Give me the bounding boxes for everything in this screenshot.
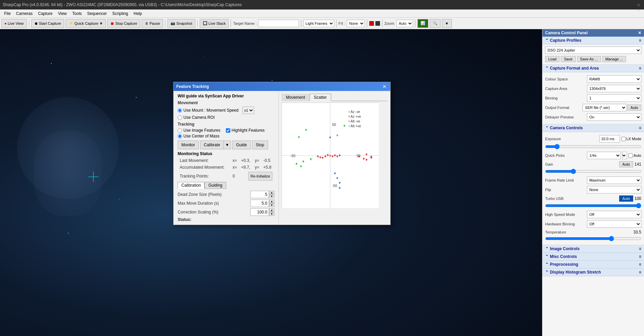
live-stack-button[interactable]: 🔲 Live Stack — [200, 19, 229, 28]
movement-speed-select[interactable]: x1 — [243, 107, 254, 114]
use-image-features-label[interactable]: Use Image Features — [178, 128, 220, 133]
exposure-slider[interactable] — [545, 144, 641, 149]
use-camera-roi-radio[interactable] — [178, 115, 182, 120]
dead-zone-input[interactable] — [250, 191, 269, 198]
snapshot-button[interactable]: 📷 Snapshot — [167, 19, 195, 28]
histogram-button[interactable]: 📊 — [417, 19, 428, 28]
lx-mode-label[interactable]: LX Mode — [621, 137, 641, 141]
light-frames-select[interactable]: Light Frames — [303, 20, 334, 27]
colour-space-select[interactable]: RAW8 — [587, 75, 641, 83]
gain-slider[interactable] — [545, 169, 641, 174]
camera-menu-icon[interactable]: ≡ — [639, 126, 641, 130]
gain-auto-button[interactable]: Auto — [619, 161, 633, 167]
menu-capture[interactable]: Capture — [35, 11, 55, 17]
calibrate-button[interactable]: Calibrate — [200, 141, 223, 149]
qp-auto-checkbox[interactable] — [628, 153, 633, 158]
stop-button[interactable]: Stop — [252, 141, 268, 149]
capture-area-select[interactable]: 1304x976 — [587, 85, 641, 92]
flip-select[interactable]: None — [587, 186, 641, 193]
histogram-menu-icon[interactable]: ≡ — [639, 270, 641, 275]
highlight-features-label[interactable]: Highlight Features — [226, 128, 265, 133]
quick-picks-select[interactable]: 1/4s — [587, 152, 621, 159]
use-camera-roi-label[interactable]: Use Camera ROI — [178, 115, 215, 120]
frame-rate-select[interactable]: Maximum — [587, 176, 641, 184]
preprocessing-title: ⌃ Preprocessing — [545, 262, 578, 267]
preprocessing-section[interactable]: ⌃ Preprocessing ≡ — [542, 261, 644, 268]
binning-select[interactable]: 1 — [587, 94, 641, 102]
movement-tab[interactable]: Movement — [282, 94, 309, 101]
load-profile-button[interactable]: Load — [545, 56, 559, 62]
misc-controls-section[interactable]: ⌃ Misc Controls ≡ — [542, 253, 644, 261]
misc-menu-icon[interactable]: ≡ — [639, 254, 641, 259]
stop-capture-button[interactable]: ⏹ Stop Capture — [107, 19, 140, 28]
max-move-up[interactable]: ▲ — [269, 200, 274, 203]
fx-select[interactable]: None — [347, 20, 365, 27]
dead-zone-down[interactable]: ▼ — [269, 194, 274, 198]
maximize-button[interactable]: □ — [636, 2, 641, 7]
save-as-profile-button[interactable]: Save As ... — [577, 56, 601, 62]
qp-auto-label[interactable]: Auto — [628, 153, 641, 158]
use-mount-radio-label[interactable]: Use Mount : Movement Speed — [178, 108, 238, 113]
max-move-down[interactable]: ▼ — [269, 203, 274, 207]
profile-select[interactable]: DSO 224 Jupiter — [545, 46, 641, 54]
calibration-tab[interactable]: Calibration — [178, 182, 204, 189]
settings-button[interactable]: ▼ — [442, 19, 452, 28]
close-button[interactable]: ✕ — [636, 7, 641, 13]
output-auto-button[interactable]: Auto — [627, 105, 641, 111]
monitor-button[interactable]: Monitor — [178, 141, 199, 149]
output-format-select[interactable]: SER file (*.ser) — [583, 104, 627, 111]
manage-profile-button[interactable]: Manage ... — [602, 56, 626, 62]
max-move-input[interactable] — [250, 200, 269, 207]
turbo-slider[interactable] — [545, 203, 641, 208]
menu-cameras[interactable]: Cameras — [13, 11, 35, 17]
preprocessing-menu-icon[interactable]: ≡ — [639, 262, 641, 267]
guide-button[interactable]: Guide — [232, 141, 251, 149]
scatter-tab[interactable]: Scatter — [309, 94, 331, 101]
menu-help[interactable]: Help — [131, 11, 145, 17]
correction-down[interactable]: ▼ — [269, 212, 274, 216]
zoom-to-fit-button[interactable]: 🔍 — [430, 19, 441, 28]
lx-mode-checkbox[interactable] — [621, 137, 626, 141]
pause-button[interactable]: ⏸ Pause — [142, 19, 163, 28]
svg-text:-50: -50 — [290, 154, 296, 158]
use-center-of-mass-label[interactable]: Use Center of Mass — [178, 134, 219, 138]
capture-format-section[interactable]: ⌃ Capture Format and Area ≡ — [542, 64, 644, 72]
menu-file[interactable]: File — [1, 11, 13, 17]
start-capture-button[interactable]: ⏺ Start Capture — [31, 19, 64, 28]
color-box-2 — [375, 21, 380, 26]
zoom-select[interactable]: Auto — [396, 20, 413, 27]
debayer-select[interactable]: On — [587, 113, 641, 121]
capture-profiles-section[interactable]: ⌃ Capture Profiles ≡ — [542, 37, 644, 44]
camera-controls-section[interactable]: ⌃ Camera Controls ≡ — [542, 124, 644, 132]
quick-picks-arrow[interactable] — [622, 152, 627, 159]
image-menu-icon[interactable]: ≡ — [639, 246, 641, 251]
menu-tools[interactable]: Tools — [70, 11, 85, 17]
re-initialize-button[interactable]: Re-Initialize — [248, 172, 272, 181]
use-image-features-radio[interactable] — [178, 128, 182, 133]
correction-input[interactable] — [250, 208, 269, 216]
profile-menu-icon[interactable]: ≡ — [639, 38, 641, 43]
format-menu-icon[interactable]: ≡ — [639, 66, 641, 71]
correction-up[interactable]: ▲ — [269, 208, 274, 212]
hardware-binning-select[interactable]: Off — [587, 220, 641, 228]
guiding-tab[interactable]: Guiding — [204, 182, 226, 189]
menu-view[interactable]: View — [55, 11, 70, 17]
high-speed-select[interactable]: Off — [587, 211, 641, 218]
menu-scripting[interactable]: Scripting — [110, 11, 131, 17]
use-mount-radio[interactable] — [178, 108, 182, 113]
dialog-close-button[interactable]: ✕ — [381, 83, 388, 90]
image-controls-section[interactable]: ⌃ Image Controls ≡ — [542, 245, 644, 253]
highlight-features-checkbox[interactable] — [226, 128, 230, 133]
live-view-button[interactable]: ● Live View — [1, 19, 27, 28]
calibrate-arrow-button[interactable]: ▼ — [223, 141, 231, 149]
quick-capture-button[interactable]: ⚡ Quick Capture ▼ — [66, 19, 106, 28]
dead-zone-up[interactable]: ▲ — [269, 191, 274, 194]
exposure-input[interactable] — [600, 135, 620, 143]
menu-sequencer[interactable]: Sequencer — [85, 11, 110, 17]
use-center-of-mass-radio[interactable] — [178, 134, 182, 138]
save-profile-button[interactable]: Save — [561, 56, 575, 62]
turbo-auto-button[interactable]: Auto — [619, 195, 633, 202]
target-name-input[interactable] — [258, 20, 299, 27]
panel-close-icon[interactable]: ✕ — [638, 31, 641, 35]
histogram-section[interactable]: ⌃ Display Histogram Stretch ≡ — [542, 268, 644, 276]
